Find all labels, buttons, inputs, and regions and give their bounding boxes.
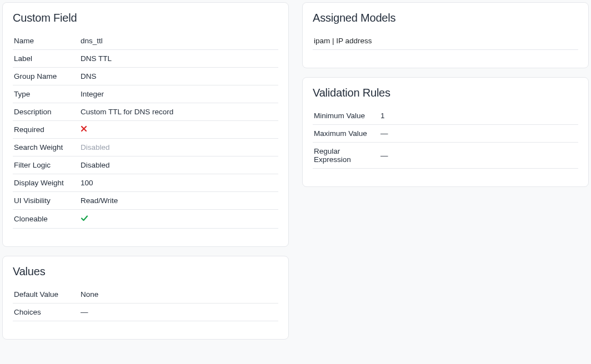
assigned-models-card: Assigned Models ipam | IP address	[302, 2, 589, 68]
row-description: Description Custom TTL for DNS record	[13, 103, 278, 121]
values-card: Values Default Value None Choices —	[2, 256, 289, 340]
row-groupname: Group Name DNS	[13, 68, 278, 85]
assigned-model-item: ipam | IP address	[313, 32, 578, 50]
validation-rules-title: Validation Rules	[313, 87, 578, 99]
row-groupname-label: Group Name	[13, 68, 79, 85]
row-searchweight-label: Search Weight	[13, 139, 79, 156]
row-required-value	[79, 121, 278, 139]
row-filterlogic-label: Filter Logic	[13, 156, 79, 174]
row-minvalue: Minimum Value 1	[313, 107, 578, 125]
custom-field-title: Custom Field	[13, 12, 278, 24]
values-table: Default Value None Choices —	[13, 286, 278, 321]
row-minvalue-value: 1	[379, 107, 578, 125]
row-type: Type Integer	[13, 85, 278, 103]
row-uivisibility-value: Read/Write	[79, 192, 278, 210]
x-icon	[81, 125, 87, 132]
row-searchweight-value: Disabled	[79, 139, 278, 156]
row-regex-value: —	[379, 143, 578, 169]
row-choices-label: Choices	[13, 304, 79, 321]
row-maxvalue: Maximum Value —	[313, 125, 578, 143]
row-filterlogic-value: Disabled	[79, 156, 278, 174]
row-defaultvalue-value: None	[79, 286, 278, 304]
row-defaultvalue: Default Value None	[13, 286, 278, 304]
row-cloneable: Cloneable	[13, 210, 278, 229]
validation-rules-table: Minimum Value 1 Maximum Value — Regular …	[313, 107, 578, 169]
assigned-models-title: Assigned Models	[313, 12, 578, 24]
row-type-value: Integer	[79, 85, 278, 103]
check-icon	[81, 214, 88, 222]
row-defaultvalue-label: Default Value	[13, 286, 79, 304]
custom-field-card: Custom Field Name dns_ttl Label DNS TTL …	[2, 2, 289, 247]
values-title: Values	[13, 265, 278, 278]
row-regex: Regular Expression —	[313, 143, 578, 169]
row-regex-label: Regular Expression	[313, 143, 379, 169]
row-name-label: Name	[13, 32, 79, 50]
validation-rules-card: Validation Rules Minimum Value 1 Maximum…	[302, 77, 589, 187]
row-filterlogic: Filter Logic Disabled	[13, 156, 278, 174]
row-maxvalue-value: —	[379, 125, 578, 143]
custom-field-table: Name dns_ttl Label DNS TTL Group Name DN…	[13, 32, 278, 229]
row-displayweight-label: Display Weight	[13, 174, 79, 192]
row-minvalue-label: Minimum Value	[313, 107, 379, 125]
row-type-label: Type	[13, 85, 79, 103]
row-uivisibility: UI Visibility Read/Write	[13, 192, 278, 210]
row-choices-value: —	[79, 304, 278, 321]
row-name-value: dns_ttl	[79, 32, 278, 50]
row-displayweight-value: 100	[79, 174, 278, 192]
row-name: Name dns_ttl	[13, 32, 278, 50]
row-searchweight: Search Weight Disabled	[13, 139, 278, 156]
row-maxvalue-label: Maximum Value	[313, 125, 379, 143]
row-uivisibility-label: UI Visibility	[13, 192, 79, 210]
row-groupname-value: DNS	[79, 68, 278, 85]
row-description-value: Custom TTL for DNS record	[79, 103, 278, 121]
row-cloneable-label: Cloneable	[13, 210, 79, 229]
row-displayweight: Display Weight 100	[13, 174, 278, 192]
row-label-label: Label	[13, 50, 79, 68]
row-label-value: DNS TTL	[79, 50, 278, 68]
row-choices: Choices —	[13, 304, 278, 321]
row-cloneable-value	[79, 210, 278, 229]
row-label: Label DNS TTL	[13, 50, 278, 68]
row-required-label: Required	[13, 121, 79, 139]
row-required: Required	[13, 121, 278, 139]
row-description-label: Description	[13, 103, 79, 121]
